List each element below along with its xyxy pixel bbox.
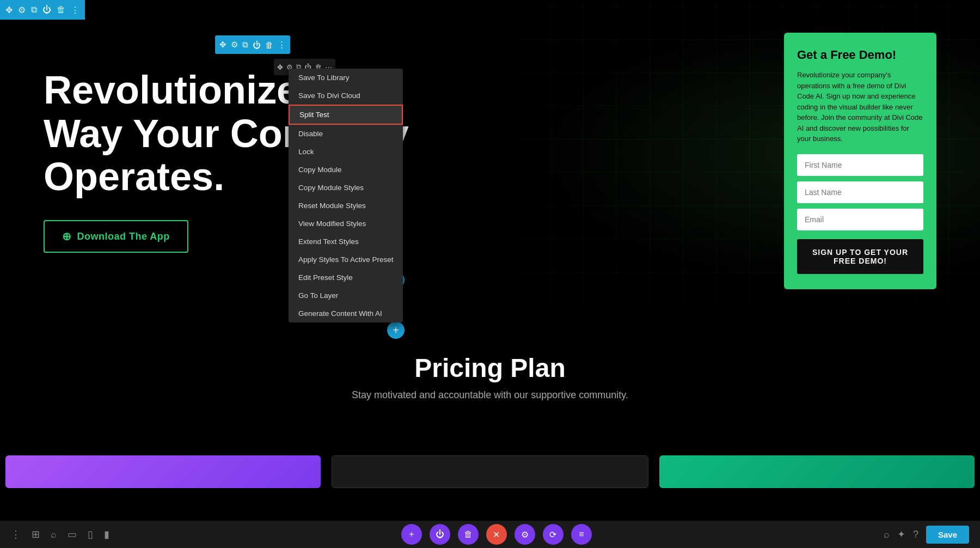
delete-button[interactable]: 🗑 <box>458 524 479 545</box>
section-trash-icon[interactable]: 🗑 <box>265 40 273 50</box>
pricing-card-3 <box>659 455 975 488</box>
pricing-card-1 <box>5 455 321 488</box>
bottom-left-tools: ⋮ ⊞ ⌕ ▭ ▯ ▮ <box>11 528 109 540</box>
menu-dots-icon[interactable]: ⋮ <box>11 528 21 540</box>
tablet-icon[interactable]: ▯ <box>88 528 93 540</box>
move-icon[interactable]: ✥ <box>5 5 13 15</box>
context-menu-item-apply-styles-to-active-preset[interactable]: Apply Styles To Active Preset <box>289 251 403 269</box>
pricing-title: Pricing Plan <box>11 353 969 383</box>
desktop-icon[interactable]: ▭ <box>68 528 77 540</box>
duplicate-icon[interactable]: ⧉ <box>31 5 37 15</box>
search-left-icon[interactable]: ⌕ <box>51 529 57 540</box>
context-menu-item-split-test[interactable]: Split Test <box>289 105 403 125</box>
bottom-right-tools: ⌕ ✦ ? Save <box>884 526 969 544</box>
section-toolbar[interactable]: ✥ ⚙ ⧉ ⏻ 🗑 ⋮ <box>215 35 290 54</box>
context-menu-item-generate-content-with-ai[interactable]: Generate Content With AI <box>289 305 403 322</box>
context-menu-item-go-to-layer[interactable]: Go To Layer <box>289 287 403 305</box>
module-move-icon[interactable]: ✥ <box>277 63 283 71</box>
layers-button[interactable]: ≡ <box>571 524 592 545</box>
layout-icon[interactable]: ⊞ <box>32 528 40 540</box>
context-menu-item-view-modified-styles[interactable]: View Modified Styles <box>289 215 403 233</box>
email-input[interactable] <box>797 209 923 230</box>
trash-icon[interactable]: 🗑 <box>57 5 65 15</box>
save-button[interactable]: Save <box>926 526 969 544</box>
add-element-button[interactable]: + <box>401 524 422 545</box>
context-menu-item-reset-module-styles[interactable]: Reset Module Styles <box>289 197 403 215</box>
context-menu-item-save-to-library[interactable]: Save To Library <box>289 69 403 87</box>
pricing-cards-preview <box>0 455 980 488</box>
section-settings-icon[interactable]: ⚙ <box>231 40 238 50</box>
section-more-icon[interactable]: ⋮ <box>278 40 286 50</box>
top-toolbar[interactable]: ✥ ⚙ ⧉ ⏻ 🗑 ⋮ <box>0 0 85 20</box>
section-move-icon[interactable]: ✥ <box>219 40 226 50</box>
card-title: Get a Free Demo! <box>797 48 923 62</box>
pricing-section: Pricing Plan Stay motivated and accounta… <box>0 342 980 412</box>
context-menu-item-extend-text-styles[interactable]: Extend Text Styles <box>289 233 403 251</box>
gear-button[interactable]: ⚙ <box>514 524 535 545</box>
pricing-card-2 <box>332 455 648 488</box>
section-power-icon[interactable]: ⏻ <box>253 40 261 50</box>
close-button[interactable]: ✕ <box>486 524 507 545</box>
help-icon[interactable]: ? <box>913 529 918 540</box>
search-right-icon[interactable]: ⌕ <box>884 529 890 540</box>
context-menu-item-copy-module-styles[interactable]: Copy Module Styles <box>289 179 403 197</box>
download-btn-label: Download The App <box>77 231 170 242</box>
pricing-subtitle: Stay motivated and accountable with our … <box>11 389 969 401</box>
hero-section: Revolutionize The Way Your Company Opera… <box>0 0 980 311</box>
demo-card: Get a Free Demo! Revolutionize your comp… <box>784 33 936 289</box>
main-content: Revolutionize The Way Your Company Opera… <box>0 0 980 521</box>
mobile-icon[interactable]: ▮ <box>104 528 109 540</box>
download-app-button[interactable]: ⊕ Download The App <box>44 220 188 253</box>
settings-icon[interactable]: ⚙ <box>18 5 26 15</box>
submit-button[interactable]: SIGN UP TO GET YOUR FREE DEMO! <box>797 239 923 274</box>
context-menu-item-edit-preset-style[interactable]: Edit Preset Style <box>289 269 403 287</box>
more-icon[interactable]: ⋮ <box>71 5 79 15</box>
section-duplicate-icon[interactable]: ⧉ <box>242 40 248 50</box>
bottom-center-tools: + ⏻ 🗑 ✕ ⚙ ⟳ ≡ <box>401 524 592 545</box>
history-button[interactable]: ⟳ <box>543 524 564 545</box>
magic-icon[interactable]: ✦ <box>897 528 905 540</box>
context-menu-item-disable[interactable]: Disable <box>289 125 403 143</box>
context-menu-item-lock[interactable]: Lock <box>289 143 403 161</box>
card-description: Revolutionize your company's operations … <box>797 70 923 144</box>
add-section-button-2[interactable]: + <box>387 321 405 339</box>
download-icon: ⊕ <box>62 230 72 243</box>
first-name-input[interactable] <box>797 154 923 176</box>
context-menu-item-save-to-divi-cloud[interactable]: Save To Divi Cloud <box>289 87 403 105</box>
last-name-input[interactable] <box>797 181 923 203</box>
power-button[interactable]: ⏻ <box>430 524 450 545</box>
power-icon[interactable]: ⏻ <box>42 5 51 15</box>
bottom-bar: ⋮ ⊞ ⌕ ▭ ▯ ▮ + ⏻ 🗑 ✕ ⚙ ⟳ ≡ ⌕ ✦ ? Save <box>0 521 980 548</box>
context-menu-item-copy-module[interactable]: Copy Module <box>289 161 403 179</box>
context-menu: Save To LibrarySave To Divi CloudSplit T… <box>289 69 403 322</box>
